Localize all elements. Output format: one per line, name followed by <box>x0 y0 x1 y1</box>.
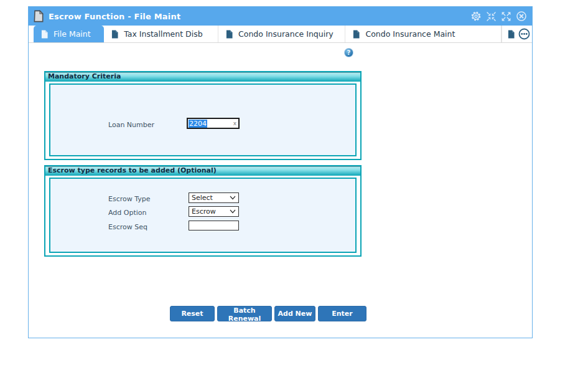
tab-overflow-area <box>502 26 532 42</box>
expand-window-icon[interactable] <box>501 11 511 22</box>
tab-tax-installment-disb[interactable]: Tax Installment Disb <box>104 26 218 42</box>
tab-document-icon <box>353 30 360 39</box>
clear-input-icon[interactable]: x <box>233 121 236 126</box>
add-option-select[interactable]: Escrow <box>189 206 239 217</box>
help-glyph: ? <box>347 50 351 56</box>
loan-number-value: 2204 <box>189 120 207 128</box>
tab-label: Tax Installment Disb <box>124 29 202 39</box>
chevron-down-icon <box>230 209 236 214</box>
titlebar: Escrow Function - File Maint <box>29 7 532 26</box>
tab-bar: File Maint Tax Installment Disb Condo In… <box>29 26 532 43</box>
app-window: Escrow Function - File Maint <box>28 6 533 338</box>
section-mandatory-criteria: Mandatory Criteria <box>44 71 362 160</box>
escrow-type-value: Select <box>192 194 213 202</box>
collapse-window-icon[interactable] <box>486 11 497 22</box>
escrow-type-select[interactable]: Select <box>189 192 239 203</box>
chevron-down-icon <box>230 196 236 200</box>
add-option-value: Escrow <box>192 207 216 216</box>
escrow-seq-label: Escrow Seq <box>108 223 147 231</box>
tab-document-icon <box>226 30 233 39</box>
settings-gear-icon[interactable] <box>470 11 482 22</box>
window-title: Escrow Function - File Maint <box>49 12 180 21</box>
tab-label: Condo Insurance Inquiry <box>238 29 334 39</box>
tab-label: File Maint <box>54 29 91 39</box>
button-row: Reset Batch Renewal Add New Enter <box>170 306 366 321</box>
add-option-label: Add Option <box>108 209 147 217</box>
add-new-button[interactable]: Add New <box>274 306 315 321</box>
section-header: Mandatory Criteria <box>45 72 360 82</box>
reset-button[interactable]: Reset <box>170 306 215 321</box>
tab-condo-insurance-maint[interactable]: Condo Insurance Maint <box>345 26 502 42</box>
close-icon[interactable] <box>516 11 527 22</box>
batch-renewal-button[interactable]: Batch Renewal <box>217 306 272 321</box>
enter-button[interactable]: Enter <box>318 306 366 321</box>
overflow-tab-document-icon[interactable] <box>508 30 515 39</box>
help-icon[interactable]: ? <box>344 48 353 57</box>
tab-document-icon <box>111 30 118 39</box>
more-tabs-icon[interactable] <box>518 28 530 40</box>
escrow-seq-input[interactable] <box>189 221 239 230</box>
escrow-type-label: Escrow Type <box>108 195 151 203</box>
section-header: Escrow type records to be added (Optiona… <box>45 166 360 176</box>
window-document-icon <box>34 10 44 22</box>
tab-label: Condo Insurance Maint <box>365 29 455 39</box>
loan-number-input[interactable]: 2204 x <box>187 118 240 129</box>
tab-document-icon <box>41 30 48 39</box>
titlebar-controls <box>470 11 527 22</box>
loan-number-label: Loan Number <box>108 121 154 129</box>
tab-condo-insurance-inquiry[interactable]: Condo Insurance Inquiry <box>218 26 345 42</box>
tab-file-maint[interactable]: File Maint <box>34 26 104 42</box>
